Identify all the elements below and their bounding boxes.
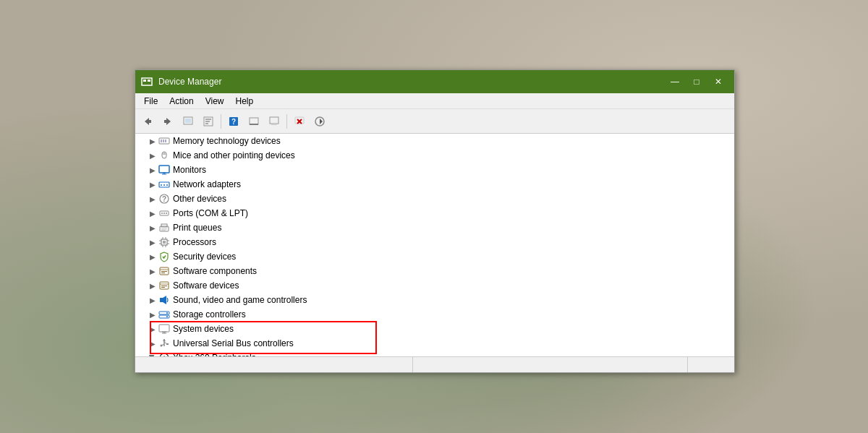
- tree-item-system[interactable]: ▶ System devices: [135, 322, 734, 336]
- window-title: Device Manager: [158, 77, 659, 87]
- label-memory: Memory technology devices: [173, 136, 281, 146]
- arrow-sound: ▶: [147, 294, 158, 306]
- tree-item-ports[interactable]: ▶ Ports (COM & LPT): [135, 206, 734, 220]
- icon-sound: [158, 294, 170, 306]
- icon-processors: [158, 236, 170, 248]
- label-softwarecomp: Software components: [173, 266, 257, 276]
- svg-text:?: ?: [162, 195, 166, 203]
- properties-button[interactable]: [199, 112, 218, 131]
- arrow-security: ▶: [147, 251, 158, 262]
- device-tree[interactable]: ▶ Memory technology devices ▶ Mice and o…: [135, 134, 734, 356]
- svg-rect-26: [163, 140, 164, 142]
- tree-item-processors[interactable]: ▶ Processors: [135, 235, 734, 249]
- title-bar: Device Manager — □ ✕: [135, 70, 734, 93]
- menu-action[interactable]: Action: [163, 95, 199, 108]
- arrow-system: ▶: [147, 323, 158, 335]
- maximize-button[interactable]: □: [686, 74, 707, 89]
- minimize-button[interactable]: —: [665, 74, 685, 89]
- icon-print: [158, 222, 170, 233]
- tree-item-print[interactable]: ▶ Print queues: [135, 220, 734, 235]
- help-button[interactable]: ?: [224, 112, 243, 131]
- svg-point-73: [166, 316, 168, 317]
- svg-text:?: ?: [231, 118, 236, 126]
- arrow-network: ▶: [147, 179, 158, 190]
- view-button[interactable]: [244, 112, 263, 131]
- tree-item-mice[interactable]: ▶ Mice and other pointing devices: [135, 148, 734, 163]
- tree-item-memory[interactable]: ▶ Memory technology devices: [135, 134, 734, 148]
- uninstall-button[interactable]: [290, 112, 309, 131]
- svg-marker-5: [166, 118, 171, 125]
- tree-item-other[interactable]: ▶ ? Other devices: [135, 192, 734, 206]
- svg-rect-15: [250, 118, 258, 124]
- menu-view[interactable]: View: [200, 95, 230, 108]
- icon-usb: [158, 338, 170, 349]
- status-section-1: [138, 357, 413, 372]
- svg-point-72: [166, 312, 168, 314]
- arrow-storage: ▶: [147, 309, 158, 320]
- menu-file[interactable]: File: [138, 95, 163, 108]
- label-system: System devices: [173, 324, 234, 334]
- tree-item-softwarecomp[interactable]: ▶ Software components: [135, 264, 734, 278]
- svg-point-37: [161, 184, 162, 186]
- tree-item-softwaredev[interactable]: ▶ Software devices: [135, 278, 734, 293]
- label-softwaredev: Software devices: [173, 280, 239, 291]
- arrow-ports: ▶: [147, 207, 158, 219]
- status-bar: [135, 356, 734, 372]
- arrow-other: ▶: [147, 193, 158, 205]
- svg-marker-69: [163, 296, 166, 304]
- back-button[interactable]: [138, 112, 157, 131]
- label-print: Print queues: [173, 223, 221, 233]
- content-area: ▶ Memory technology devices ▶ Mice and o…: [135, 134, 734, 356]
- device-manager-window: Device Manager — □ ✕ File Action View He…: [135, 69, 735, 373]
- svg-point-39: [166, 184, 168, 186]
- scan-button[interactable]: [310, 112, 329, 131]
- svg-marker-23: [320, 119, 323, 124]
- svg-rect-2: [148, 80, 150, 82]
- svg-rect-1: [143, 80, 146, 82]
- label-mice: Mice and other pointing devices: [173, 150, 295, 160]
- icon-memory: [158, 135, 170, 147]
- status-section-3: [688, 357, 731, 372]
- display-button[interactable]: [265, 112, 284, 131]
- tree-item-security[interactable]: ▶ Security devices: [135, 249, 734, 264]
- label-sound: Sound, video and game controllers: [173, 295, 307, 305]
- icon-monitors: [158, 164, 170, 176]
- tree-item-network[interactable]: ▶ Network adapters: [135, 177, 734, 192]
- forward-button[interactable]: [158, 112, 177, 131]
- menu-help[interactable]: Help: [230, 95, 260, 108]
- up-button[interactable]: [179, 112, 197, 131]
- svg-rect-67: [161, 287, 165, 288]
- icon-system: [158, 323, 170, 335]
- svg-rect-48: [161, 228, 167, 230]
- svg-rect-8: [185, 119, 191, 123]
- svg-rect-49: [161, 230, 166, 231]
- arrow-monitors: ▶: [147, 164, 158, 176]
- svg-rect-27: [165, 140, 166, 142]
- separator-2: [286, 114, 287, 129]
- label-processors: Processors: [173, 237, 216, 247]
- tree-item-storage[interactable]: ▶ Storage controllers: [135, 307, 734, 322]
- tree-item-sound[interactable]: ▶ Sound, video and game controllers: [135, 293, 734, 307]
- svg-rect-74: [159, 325, 169, 332]
- svg-rect-17: [270, 117, 278, 124]
- tree-item-usb[interactable]: ▶ Universal Serial Bus controllers: [135, 336, 734, 351]
- tree-item-xbox[interactable]: ▶ Xbox 360 Peripherals: [135, 351, 734, 356]
- tree-item-monitors[interactable]: ▶ Monitors: [135, 163, 734, 177]
- icon-ports: [158, 207, 170, 219]
- icon-security: [158, 251, 170, 262]
- label-monitors: Monitors: [173, 165, 206, 175]
- arrow-print: ▶: [147, 222, 158, 233]
- icon-softwarecomp: [158, 265, 170, 277]
- svg-point-44: [163, 213, 165, 214]
- arrow-softwaredev: ▶: [147, 280, 158, 291]
- arrow-memory: ▶: [147, 135, 158, 147]
- menu-bar: File Action View Help: [135, 93, 734, 109]
- svg-rect-25: [161, 140, 162, 142]
- separator-1: [221, 114, 221, 129]
- svg-marker-79: [163, 339, 166, 341]
- close-button[interactable]: ✕: [708, 74, 728, 89]
- toolbar: ?: [135, 109, 734, 134]
- icon-softwaredev: [158, 280, 170, 291]
- svg-rect-66: [161, 286, 167, 286]
- svg-rect-63: [161, 273, 165, 273]
